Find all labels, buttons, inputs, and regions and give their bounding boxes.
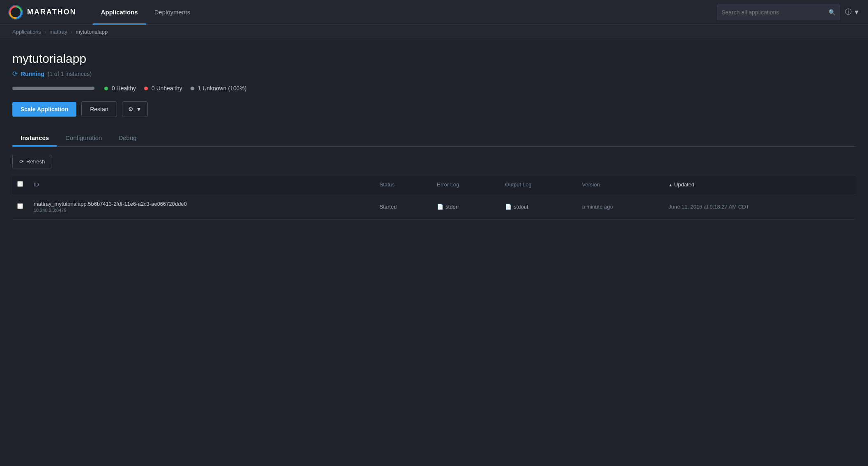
breadcrumb: Applications › mattray › mytutorialapp xyxy=(0,25,868,39)
header-version: Version xyxy=(577,175,664,194)
row-updated: June 11, 2016 at 9:18:27 AM CDT xyxy=(668,204,749,210)
error-log-link[interactable]: 📄 stderr xyxy=(437,204,495,210)
unknown-count: 1 xyxy=(198,85,201,92)
logo-area: MARATHON xyxy=(8,5,76,20)
document2-icon: 📄 xyxy=(505,204,512,210)
refresh-icon: ⟳ xyxy=(19,158,24,165)
output-log-label: stdout xyxy=(514,204,528,210)
help-icon: ⓘ xyxy=(845,8,852,16)
breadcrumb-mattray[interactable]: mattray xyxy=(49,29,67,35)
unhealthy-count: 0 xyxy=(152,85,155,92)
nav-links: Applications Deployments xyxy=(93,0,717,25)
header-id: ID xyxy=(29,175,374,194)
scale-application-button[interactable]: Scale Application xyxy=(12,102,76,117)
health-indicators: 0 Healthy 0 Unhealthy 1 Unknown (100%) xyxy=(104,85,247,92)
breadcrumb-applications[interactable]: Applications xyxy=(12,29,41,35)
table-row: mattray_mytutorialapp.5b6b7413-2fdf-11e6… xyxy=(12,194,856,220)
table-header: ID Status Error Log Output Log Version ▲… xyxy=(12,175,856,194)
row-version-cell: a minute ago xyxy=(577,194,664,220)
gear-chevron-icon: ▼ xyxy=(136,106,142,112)
tab-debug[interactable]: Debug xyxy=(110,129,145,146)
unknown-indicator: 1 Unknown (100%) xyxy=(191,85,247,92)
breadcrumb-sep-2: › xyxy=(71,29,72,35)
header-error-log: Error Log xyxy=(432,175,500,194)
header-status: Status xyxy=(374,175,432,194)
table-section: ⟳ Refresh ID Status Error Log Output Log… xyxy=(12,147,856,220)
unhealthy-dot xyxy=(144,87,148,90)
nav-right: 🔍 ⓘ ▼ xyxy=(717,5,860,20)
unknown-dot xyxy=(191,87,194,90)
unknown-label: Unknown xyxy=(202,85,226,92)
sort-arrow-icon: ▲ xyxy=(668,183,673,187)
table-body: mattray_mytutorialapp.5b6b7413-2fdf-11e6… xyxy=(12,194,856,220)
gear-icon: ⚙ xyxy=(128,106,133,112)
search-icon: 🔍 xyxy=(829,9,836,16)
action-buttons: Scale Application Restart ⚙ ▼ xyxy=(12,101,856,117)
svg-point-0 xyxy=(9,5,23,19)
tabs-section: Instances Configuration Debug xyxy=(12,129,856,147)
healthy-count: 0 xyxy=(112,85,115,92)
unknown-pct: (100%) xyxy=(228,85,247,92)
row-status-cell: Started xyxy=(374,194,432,220)
marathon-logo-icon xyxy=(8,5,23,20)
top-nav: MARATHON Applications Deployments 🔍 ⓘ ▼ xyxy=(0,0,868,25)
logo-text: MARATHON xyxy=(27,8,76,16)
output-log-link[interactable]: 📄 stdout xyxy=(505,204,572,210)
running-instances: (1 of 1 instances) xyxy=(48,71,92,77)
breadcrumb-sep-1: › xyxy=(44,29,46,35)
healthy-label: Healthy xyxy=(117,85,136,92)
running-icon: ⟳ xyxy=(12,70,18,78)
nav-deployments[interactable]: Deployments xyxy=(146,0,199,25)
health-bar xyxy=(12,87,94,90)
main-content: mytutorialapp ⟳ Running (1 of 1 instance… xyxy=(0,39,868,220)
error-log-label: stderr xyxy=(445,204,459,210)
refresh-button[interactable]: ⟳ Refresh xyxy=(12,155,52,168)
app-title: mytutorialapp xyxy=(12,52,856,66)
unhealthy-label: Unhealthy xyxy=(156,85,182,92)
row-id-cell: mattray_mytutorialapp.5b6b7413-2fdf-11e6… xyxy=(29,194,374,220)
instance-id: mattray_mytutorialapp.5b6b7413-2fdf-11e6… xyxy=(34,201,370,207)
select-all-checkbox[interactable] xyxy=(17,181,23,187)
row-updated-cell: June 11, 2016 at 9:18:27 AM CDT xyxy=(664,194,856,220)
tab-instances[interactable]: Instances xyxy=(12,129,57,146)
header-output-log: Output Log xyxy=(500,175,577,194)
breadcrumb-current: mytutorialapp xyxy=(76,29,108,35)
help-chevron: ▼ xyxy=(853,9,860,16)
header-checkbox-col xyxy=(12,175,29,194)
row-checkbox[interactable] xyxy=(17,203,23,209)
nav-applications[interactable]: Applications xyxy=(93,0,146,25)
row-error-log-cell: 📄 stderr xyxy=(432,194,500,220)
help-button[interactable]: ⓘ ▼ xyxy=(845,8,860,16)
row-status: Started xyxy=(379,204,397,210)
search-box: 🔍 xyxy=(717,5,840,20)
instances-table: ID Status Error Log Output Log Version ▲… xyxy=(12,175,856,220)
running-status: ⟳ Running (1 of 1 instances) xyxy=(12,70,856,78)
row-version: a minute ago xyxy=(582,204,613,210)
tab-configuration[interactable]: Configuration xyxy=(57,129,110,146)
row-output-log-cell: 📄 stdout xyxy=(500,194,577,220)
row-checkbox-cell xyxy=(12,194,29,220)
health-bar-section: 0 Healthy 0 Unhealthy 1 Unknown (100%) xyxy=(12,85,856,92)
header-updated[interactable]: ▲Updated xyxy=(664,175,856,194)
unhealthy-indicator: 0 Unhealthy xyxy=(144,85,182,92)
running-label: Running xyxy=(21,71,44,77)
restart-button[interactable]: Restart xyxy=(81,101,117,117)
healthy-indicator: 0 Healthy xyxy=(104,85,136,92)
refresh-label: Refresh xyxy=(26,158,45,165)
gear-menu-button[interactable]: ⚙ ▼ xyxy=(122,101,148,117)
document-icon: 📄 xyxy=(437,204,443,210)
instance-ip: 10.240.0.3:8479 xyxy=(34,208,370,213)
healthy-dot xyxy=(104,87,108,90)
search-input[interactable] xyxy=(721,9,829,16)
